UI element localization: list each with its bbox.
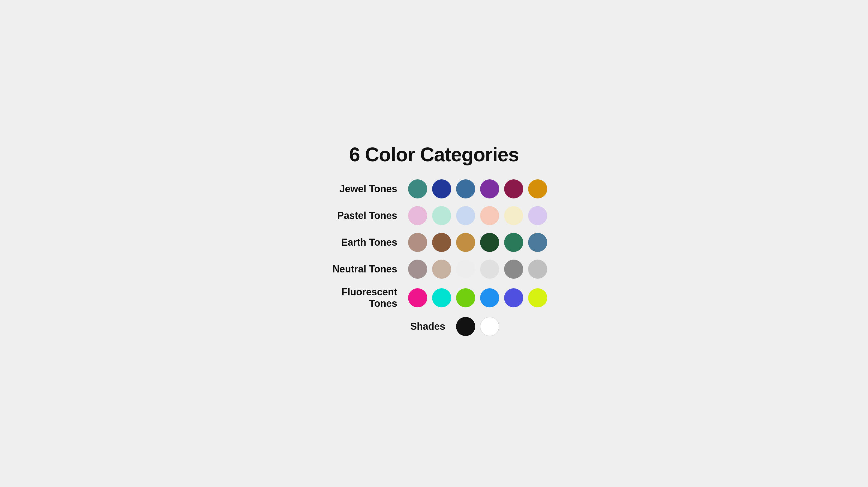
swatch-bright-purple	[504, 288, 523, 307]
swatch-pastel-lavender	[528, 206, 547, 225]
swatch-white	[480, 317, 499, 336]
swatch-pastel-mint	[432, 206, 451, 225]
swatch-off-white-light	[480, 260, 499, 279]
swatches-shades	[456, 317, 499, 336]
swatch-lime-green	[456, 288, 475, 307]
swatch-teal	[408, 179, 427, 198]
swatch-yellow-green	[528, 288, 547, 307]
swatch-purple	[480, 179, 499, 198]
category-label-shades: Shades	[369, 321, 456, 332]
category-label-jewel-tones: Jewel Tones	[321, 183, 408, 195]
swatch-warm-gray	[408, 233, 427, 252]
swatch-light-gray	[528, 260, 547, 279]
swatch-amber	[528, 179, 547, 198]
page-title: 6 Color Categories	[349, 143, 519, 166]
category-label-earth-tones: Earth Tones	[321, 237, 408, 248]
swatch-dark-forest	[480, 233, 499, 252]
swatch-forest-green	[504, 233, 523, 252]
swatch-black	[456, 317, 475, 336]
categories-container: Jewel TonesPastel TonesEarth TonesNeutra…	[321, 179, 547, 344]
swatch-hot-pink	[408, 288, 427, 307]
category-row-earth-tones: Earth Tones	[321, 233, 547, 252]
swatch-navy	[432, 179, 451, 198]
swatch-pastel-cream	[504, 206, 523, 225]
swatches-jewel-tones	[408, 179, 547, 198]
swatch-medium-gray	[504, 260, 523, 279]
swatch-cyan	[432, 288, 451, 307]
swatch-warm-gray-medium	[408, 260, 427, 279]
swatch-steel-blue	[456, 179, 475, 198]
category-row-shades: Shades	[321, 317, 547, 336]
swatches-earth-tones	[408, 233, 547, 252]
category-label-fluorescent-tones: Fluorescent Tones	[321, 286, 408, 309]
main-container: 6 Color Categories Jewel TonesPastel Ton…	[311, 143, 557, 344]
category-row-neutral-tones: Neutral Tones	[321, 260, 547, 279]
swatch-bright-blue	[480, 288, 499, 307]
swatch-pastel-blue	[456, 206, 475, 225]
swatches-fluorescent-tones	[408, 288, 547, 307]
category-label-neutral-tones: Neutral Tones	[321, 263, 408, 275]
swatch-golden-brown	[456, 233, 475, 252]
swatch-light-tan	[432, 260, 451, 279]
swatch-pastel-peach	[480, 206, 499, 225]
swatch-slate-blue	[528, 233, 547, 252]
swatches-neutral-tones	[408, 260, 547, 279]
category-row-pastel-tones: Pastel Tones	[321, 206, 547, 225]
swatch-burgundy	[504, 179, 523, 198]
swatch-brown	[432, 233, 451, 252]
category-label-pastel-tones: Pastel Tones	[321, 210, 408, 221]
swatch-pastel-pink	[408, 206, 427, 225]
swatch-near-white	[456, 260, 475, 279]
swatches-pastel-tones	[408, 206, 547, 225]
category-row-fluorescent-tones: Fluorescent Tones	[321, 286, 547, 309]
category-row-jewel-tones: Jewel Tones	[321, 179, 547, 198]
